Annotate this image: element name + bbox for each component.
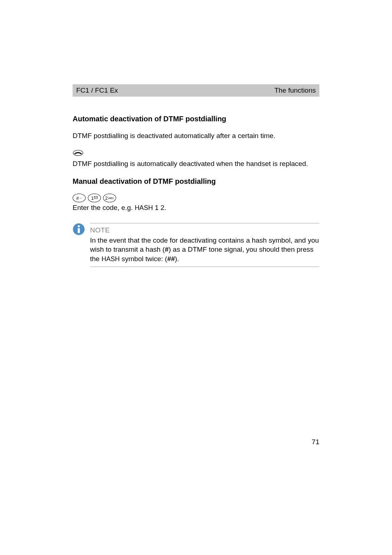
note-text: In the event that the code for deactivat… bbox=[90, 236, 319, 264]
handset-icon bbox=[73, 149, 319, 158]
info-icon bbox=[73, 223, 90, 267]
heading-manual: Manual deactivation of DTMF postdialling bbox=[73, 177, 319, 186]
key-one: 1 bbox=[88, 194, 101, 202]
svg-rect-4 bbox=[78, 228, 80, 233]
document-page: FC1 / FC1 Ex The functions Automatic dea… bbox=[0, 0, 392, 267]
text-auto-handset: DTMF postdialling is automatically deact… bbox=[73, 159, 319, 169]
key-hash: #↔ bbox=[73, 194, 86, 202]
key-sequence: #↔ 1 2ABC bbox=[73, 194, 319, 202]
note-content: NOTE In the event that the code for deac… bbox=[90, 223, 319, 267]
voicemail-icon bbox=[94, 196, 98, 200]
header-product: FC1 / FC1 Ex bbox=[76, 86, 118, 94]
page-number: 71 bbox=[312, 438, 319, 446]
note-block: NOTE In the event that the code for deac… bbox=[73, 223, 319, 267]
section-manual-deactivation: Manual deactivation of DTMF postdialling… bbox=[73, 177, 319, 213]
header-bar: FC1 / FC1 Ex The functions bbox=[73, 84, 319, 97]
note-title: NOTE bbox=[90, 226, 319, 234]
header-section: The functions bbox=[274, 86, 316, 94]
heading-automatic: Automatic deactivation of DTMF postdiall… bbox=[73, 115, 319, 123]
text-enter-code: Enter the code, e.g. HASH 1 2. bbox=[73, 203, 319, 213]
key-two: 2ABC bbox=[103, 194, 116, 202]
text-auto-time: DTMF postdialling is deactivated automat… bbox=[73, 131, 319, 141]
svg-point-3 bbox=[78, 225, 80, 227]
section-automatic-deactivation: Automatic deactivation of DTMF postdiall… bbox=[73, 115, 319, 169]
